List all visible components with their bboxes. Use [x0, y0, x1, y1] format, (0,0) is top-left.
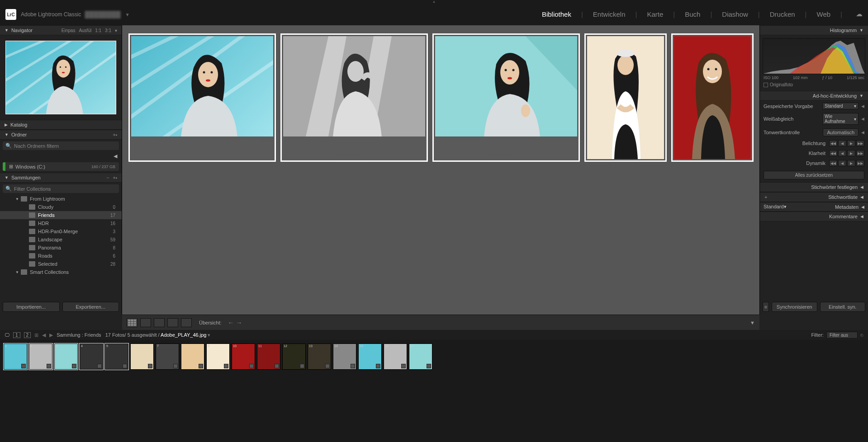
- metadata-preset-select[interactable]: Standard▾: [764, 204, 809, 210]
- grid-thumb-3[interactable]: • · · · ·: [433, 34, 579, 161]
- collection-landscape[interactable]: Landscape59: [0, 235, 122, 244]
- module-entwickeln[interactable]: Entwickeln: [593, 10, 626, 19]
- filter-lock-icon[interactable]: ⎋: [860, 332, 863, 338]
- filmstrip[interactable]: 1234567891011121314151617: [0, 340, 868, 373]
- filmstrip-thumb[interactable]: 11: [257, 343, 280, 370]
- next-photo-icon[interactable]: →: [236, 319, 242, 326]
- folder-row-empty[interactable]: ◀: [0, 152, 122, 160]
- prev-photo-icon[interactable]: ←: [228, 319, 234, 326]
- filmstrip-thumb[interactable]: 8: [181, 343, 204, 370]
- module-bibliothek[interactable]: Bibliothek: [542, 10, 571, 19]
- nav-fit-1-1[interactable]: 1:1: [95, 28, 101, 33]
- add-collection-icon[interactable]: +▪: [113, 175, 117, 180]
- original-photo-checkbox[interactable]: Originalfoto: [763, 81, 865, 88]
- exposure-stepper[interactable]: ◀◀◀▶▶▶: [829, 140, 864, 146]
- import-button[interactable]: Importieren...: [3, 302, 60, 312]
- ordner-header[interactable]: ▼ Ordner +▪: [0, 130, 122, 140]
- collection-selected[interactable]: Selected28: [0, 260, 122, 268]
- grid-view-button[interactable]: [127, 318, 138, 327]
- cloud-sync-icon[interactable]: ☁: [856, 10, 863, 19]
- nav-fit-dropdown-icon[interactable]: ▾: [115, 28, 117, 33]
- filmstrip-thumb[interactable]: 6: [130, 343, 154, 370]
- filter-select[interactable]: Filter aus: [826, 332, 858, 339]
- drive-row[interactable]: ⊞ Windows (C:) 160 / 237 GB: [3, 162, 119, 171]
- toolbar-more-icon[interactable]: ▼: [750, 320, 755, 325]
- sync-settings-button[interactable]: Einstell. syn.: [820, 302, 866, 312]
- histogram-display[interactable]: [763, 38, 865, 74]
- filmstrip-thumb[interactable]: 2: [29, 343, 52, 370]
- forward-icon[interactable]: ▶: [49, 332, 53, 338]
- filmstrip-thumb[interactable]: 14: [333, 343, 356, 370]
- display-1-button[interactable]: 1: [13, 332, 20, 338]
- collection-set-from-lightroom[interactable]: ▼ From Lightroom: [0, 195, 122, 203]
- identity-dropdown-icon[interactable]: ▼: [125, 12, 130, 17]
- collection-panorama[interactable]: Panorama8: [0, 244, 122, 252]
- nav-fit-ausful[interactable]: Ausfül: [79, 28, 91, 33]
- sammlungen-header[interactable]: ▼ Sammlungen −+▪: [0, 173, 122, 183]
- collection-friends[interactable]: Friends17: [0, 211, 122, 219]
- secondary-display-icon[interactable]: 🖵: [5, 332, 9, 338]
- filmstrip-thumb[interactable]: 4: [80, 343, 103, 370]
- module-drucken[interactable]: Drucken: [770, 10, 795, 19]
- nav-fit-3-1[interactable]: 3:1: [105, 28, 111, 33]
- filmstrip-thumb[interactable]: 9: [206, 343, 230, 370]
- clarity-stepper[interactable]: ◀◀◀▶▶▶: [829, 150, 864, 156]
- collection-hdr-pan0-merge[interactable]: HDR-Pan0-Merge3: [0, 227, 122, 235]
- filmstrip-thumb[interactable]: 17: [409, 343, 432, 370]
- back-icon[interactable]: ◀: [42, 332, 46, 338]
- folder-filter-input[interactable]: 🔍 Nach Ordnern filtern: [3, 141, 119, 150]
- keywords-set-header[interactable]: Stichwörter festlegen◀: [760, 182, 868, 192]
- filmstrip-thumb[interactable]: 3: [54, 343, 78, 370]
- vibrance-stepper[interactable]: ◀◀◀▶▶▶: [829, 160, 864, 166]
- reset-all-button[interactable]: Alles zurücksetzen: [764, 171, 864, 179]
- adhoc-header[interactable]: Ad-hoc-Entwicklung ▼: [760, 91, 868, 101]
- module-web[interactable]: Web: [817, 10, 831, 19]
- loupe-view-button[interactable]: [140, 318, 151, 327]
- auto-tone-button[interactable]: Automatisch: [823, 128, 859, 136]
- preset-select[interactable]: Standard▾: [822, 103, 859, 109]
- sync-button[interactable]: Synchronisieren: [772, 302, 817, 312]
- expand-icon[interactable]: ◀: [861, 130, 864, 135]
- top-collapse-handle[interactable]: ▲: [0, 0, 868, 4]
- survey-view-button[interactable]: [167, 318, 178, 327]
- filmstrip-thumb[interactable]: 12: [282, 343, 306, 370]
- collection-filter-input[interactable]: 🔍 Filter Collections: [3, 184, 119, 193]
- keywords-list-header[interactable]: +Stichwortliste◀: [760, 192, 868, 202]
- module-diashow[interactable]: Diashow: [722, 10, 748, 19]
- navigator-preview[interactable]: [0, 35, 122, 120]
- module-karte[interactable]: Karte: [647, 10, 663, 19]
- grid-small-icon[interactable]: ⊞: [34, 332, 38, 338]
- source-path[interactable]: Sammlung : Friends: [57, 332, 101, 338]
- compare-view-button[interactable]: [154, 318, 165, 327]
- histogram-header[interactable]: Histogramm ▼: [760, 25, 868, 35]
- wb-select[interactable]: Wie Aufnahme▾: [822, 113, 859, 125]
- sync-toggle-icon[interactable]: ≡: [763, 302, 769, 312]
- filmstrip-thumb[interactable]: 5: [105, 343, 128, 370]
- filmstrip-thumb[interactable]: 13: [308, 343, 331, 370]
- grid-view[interactable]: • · · · · • · · · · • · · · ·: [122, 25, 759, 315]
- module-buch[interactable]: Buch: [685, 10, 700, 19]
- collection-hdr[interactable]: HDR16: [0, 219, 122, 227]
- remove-icon[interactable]: −: [107, 175, 109, 180]
- expand-icon[interactable]: ◀: [861, 117, 864, 121]
- collection-cloudy[interactable]: Cloudy0: [0, 203, 122, 211]
- add-folder-icon[interactable]: +▪: [113, 132, 117, 137]
- filmstrip-thumb[interactable]: 1: [4, 343, 27, 370]
- people-view-button[interactable]: [181, 318, 192, 327]
- navigator-header[interactable]: ▼ Navigator Einpas Ausfül 1:1 3:1 ▾: [0, 25, 122, 35]
- grid-thumb-1[interactable]: [129, 34, 275, 161]
- grid-thumb-5[interactable]: • · · · ·: [672, 34, 753, 161]
- metadata-header[interactable]: Standard▾ Metadaten◀: [760, 202, 868, 212]
- display-2-button[interactable]: 2: [24, 332, 31, 338]
- collection-roads[interactable]: Roads6: [0, 252, 122, 260]
- smart-collections-set[interactable]: ▼ Smart Collections: [0, 268, 122, 276]
- export-button[interactable]: Exportieren...: [62, 302, 119, 312]
- nav-fit-einpas[interactable]: Einpas: [62, 28, 76, 33]
- filmstrip-thumb[interactable]: 10: [232, 343, 255, 370]
- filmstrip-thumb[interactable]: 7: [156, 343, 179, 370]
- expand-icon[interactable]: ◀: [861, 104, 864, 108]
- comments-header[interactable]: Kommentare◀: [760, 212, 868, 221]
- filmstrip-thumb[interactable]: 15: [358, 343, 382, 370]
- grid-thumb-2[interactable]: • · · · ·: [281, 34, 427, 161]
- katalog-header[interactable]: ▶ Katalog: [0, 120, 122, 130]
